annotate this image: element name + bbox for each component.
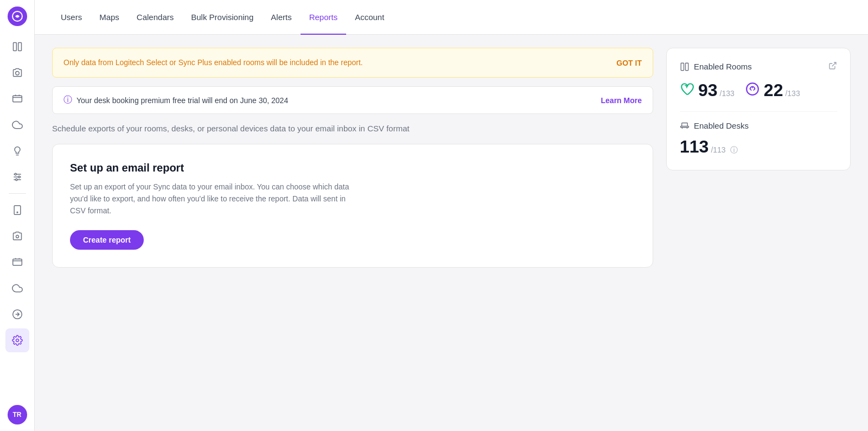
trial-notice: ⓘ Your desk booking premium free trial w… <box>52 86 653 114</box>
svg-point-9 <box>18 176 20 178</box>
setup-card-title: Set up an email report <box>70 162 635 174</box>
sync-icon <box>745 82 760 98</box>
trial-notice-text: Your desk booking premium free trial wil… <box>76 96 288 105</box>
svg-rect-21 <box>681 126 689 128</box>
warning-banner: Only data from Logitech Select or Sync P… <box>52 48 653 78</box>
nav-item-account[interactable]: Account <box>346 0 393 35</box>
got-it-button[interactable]: GOT IT <box>616 59 642 67</box>
sidebar-item-device[interactable] <box>5 198 29 222</box>
sidebar-divider <box>9 193 26 194</box>
desk-stats-row: 113 /113 ⓘ <box>680 137 837 157</box>
left-column: Only data from Logitech Select or Sync P… <box>52 48 653 418</box>
sidebar: TR <box>0 0 35 431</box>
svg-rect-17 <box>681 63 684 71</box>
health-total: /133 <box>720 89 735 98</box>
setup-card-description: Set up an export of your Sync data to yo… <box>70 181 363 217</box>
nav-item-calendars[interactable]: Calendars <box>128 0 182 35</box>
enabled-desks-label: Enabled Desks <box>694 121 749 130</box>
svg-point-16 <box>16 339 18 342</box>
right-column: Enabled Rooms <box>666 48 851 418</box>
sidebar-item-camera[interactable] <box>5 61 29 85</box>
sync-stat: 22 /133 <box>745 80 800 100</box>
desk-count: 113 <box>680 137 709 157</box>
sidebar-item-sliders[interactable] <box>5 165 29 189</box>
svg-rect-18 <box>686 63 688 71</box>
svg-rect-14 <box>12 259 22 265</box>
external-link-icon[interactable] <box>828 61 837 72</box>
svg-rect-1 <box>13 43 16 51</box>
sidebar-item-notification[interactable] <box>5 250 29 274</box>
desk-icon <box>680 121 690 130</box>
app-logo[interactable] <box>8 7 27 26</box>
main-content: Users Maps Calendars Bulk Provisioning A… <box>35 0 868 431</box>
health-count: 93 <box>698 80 718 100</box>
sidebar-item-bulb[interactable] <box>5 139 29 163</box>
sidebar-item-settings[interactable] <box>5 328 29 352</box>
rooms-icon <box>680 62 690 72</box>
sidebar-item-book[interactable] <box>5 35 29 59</box>
sidebar-item-cam2[interactable] <box>5 224 29 248</box>
svg-line-19 <box>832 62 836 66</box>
nav-item-maps[interactable]: Maps <box>91 0 128 35</box>
page-description: Schedule exports of your rooms, desks, o… <box>52 123 653 135</box>
enabled-desks-header: Enabled Desks <box>680 121 837 130</box>
svg-point-8 <box>15 173 16 175</box>
sync-total: /133 <box>785 89 800 98</box>
user-avatar[interactable]: TR <box>8 405 27 424</box>
sidebar-item-alert[interactable] <box>5 87 29 111</box>
learn-more-link[interactable]: Learn More <box>601 96 642 105</box>
stats-card: Enabled Rooms <box>666 48 851 170</box>
enabled-rooms-label: Enabled Rooms <box>694 62 752 71</box>
sidebar-item-link[interactable] <box>5 302 29 326</box>
nav-item-alerts[interactable]: Alerts <box>262 0 300 35</box>
room-stats-row: 93 /133 22 /133 <box>680 80 837 100</box>
top-navigation: Users Maps Calendars Bulk Provisioning A… <box>35 0 868 35</box>
sidebar-item-cloud2[interactable] <box>5 276 29 300</box>
desk-total: /113 <box>711 145 725 154</box>
desk-info-icon[interactable]: ⓘ <box>730 145 738 155</box>
svg-point-10 <box>15 179 17 180</box>
svg-point-20 <box>746 83 758 95</box>
create-report-button[interactable]: Create report <box>70 230 144 250</box>
banner-text: Only data from Logitech Select or Sync P… <box>63 57 363 68</box>
health-stat: 93 /133 <box>680 80 735 100</box>
stats-divider <box>680 111 837 112</box>
sync-count: 22 <box>764 80 783 100</box>
page-body: Only data from Logitech Select or Sync P… <box>35 35 868 431</box>
heart-icon <box>680 82 694 98</box>
notice-left: ⓘ Your desk booking premium free trial w… <box>63 94 288 106</box>
sidebar-item-cloud[interactable] <box>5 113 29 137</box>
nav-item-bulk[interactable]: Bulk Provisioning <box>182 0 262 35</box>
svg-point-12 <box>17 212 18 213</box>
nav-item-users[interactable]: Users <box>52 0 91 35</box>
setup-email-report-card: Set up an email report Set up an export … <box>52 144 653 268</box>
nav-item-reports[interactable]: Reports <box>301 0 347 35</box>
enabled-rooms-label-row: Enabled Rooms <box>680 62 752 72</box>
svg-point-3 <box>15 72 19 75</box>
svg-rect-4 <box>12 96 22 102</box>
svg-point-13 <box>16 235 18 238</box>
enabled-rooms-header: Enabled Rooms <box>680 61 837 72</box>
svg-rect-11 <box>14 206 21 215</box>
svg-rect-2 <box>18 43 21 51</box>
info-icon: ⓘ <box>63 94 72 106</box>
